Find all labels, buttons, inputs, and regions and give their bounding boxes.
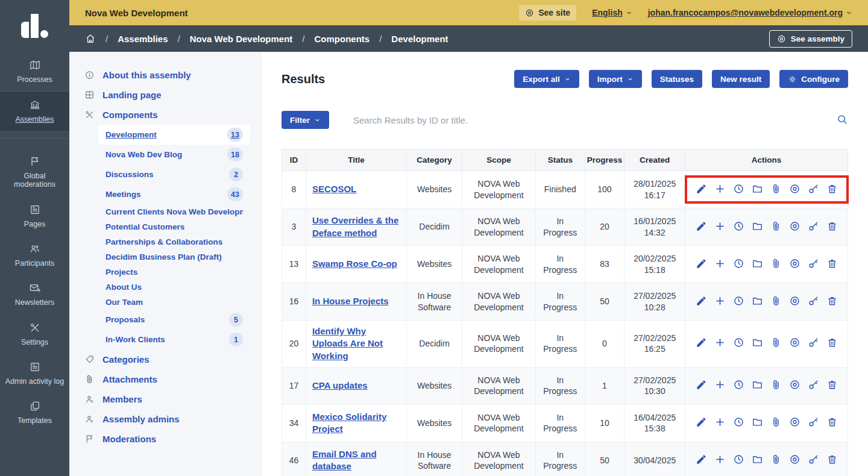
attachments-button[interactable] xyxy=(770,183,782,196)
permissions-button[interactable] xyxy=(808,183,819,196)
new-button[interactable] xyxy=(714,183,726,196)
edit-button[interactable] xyxy=(696,337,707,350)
subnav-subitem-partnerships-collaborations[interactable]: Partnerships & Collaborations xyxy=(98,234,250,249)
delete-button[interactable] xyxy=(826,337,838,350)
folder-button[interactable] xyxy=(752,258,763,271)
timeline-button[interactable] xyxy=(733,379,744,392)
result-title-link[interactable]: Use Overrides & the Deface method xyxy=(312,215,398,237)
result-title-link[interactable]: Mexico Solidarity Project xyxy=(312,412,386,434)
subnav-item-attachments[interactable]: Attachments xyxy=(69,369,262,389)
preview-button[interactable] xyxy=(789,295,800,308)
subnav-subitem-meetings[interactable]: Meetings43 xyxy=(98,184,250,204)
edit-button[interactable] xyxy=(696,295,707,308)
attachments-button[interactable] xyxy=(770,295,782,308)
breadcrumb-item-development[interactable]: Development xyxy=(391,34,448,44)
sidebar-item-processes[interactable]: Processes xyxy=(0,52,69,91)
preview-button[interactable] xyxy=(789,454,800,467)
delete-button[interactable] xyxy=(826,221,838,234)
preview-button[interactable] xyxy=(789,221,800,234)
edit-button[interactable] xyxy=(696,454,707,467)
search-button[interactable] xyxy=(836,113,848,127)
folder-button[interactable] xyxy=(752,416,763,430)
subnav-subitem-current-clients-nova-web-development[interactable]: Current Clients Nova Web Development xyxy=(98,204,250,219)
edit-button[interactable] xyxy=(696,183,707,196)
new-button[interactable] xyxy=(714,221,726,234)
subnav-subitem-projects[interactable]: Projects xyxy=(98,265,250,280)
permissions-button[interactable] xyxy=(808,258,819,271)
subnav-item-moderations[interactable]: Moderations xyxy=(69,429,262,449)
folder-button[interactable] xyxy=(752,454,763,467)
new-button[interactable] xyxy=(714,454,726,467)
subnav-item-about-this-assembly[interactable]: About this assembly xyxy=(69,65,262,85)
attachments-button[interactable] xyxy=(770,416,782,430)
result-title-link[interactable]: Email DNS and database xyxy=(312,449,377,471)
subnav-subitem-our-team[interactable]: Our Team xyxy=(98,295,250,310)
subnav-subitem-proposals[interactable]: Proposals5 xyxy=(98,310,250,330)
permissions-button[interactable] xyxy=(808,379,819,392)
timeline-button[interactable] xyxy=(733,295,744,308)
preview-button[interactable] xyxy=(789,416,800,430)
search-input[interactable] xyxy=(342,115,836,125)
sidebar-item-newsletters[interactable]: Newsletters xyxy=(0,275,69,314)
new-result-button[interactable]: New result xyxy=(712,70,770,88)
timeline-button[interactable] xyxy=(733,183,744,196)
folder-button[interactable] xyxy=(752,379,763,392)
permissions-button[interactable] xyxy=(808,295,819,308)
timeline-button[interactable] xyxy=(733,221,744,234)
delete-button[interactable] xyxy=(826,379,838,392)
delete-button[interactable] xyxy=(826,454,838,467)
sidebar-item-participants[interactable]: Participants xyxy=(0,236,69,275)
delete-button[interactable] xyxy=(826,295,838,308)
timeline-button[interactable] xyxy=(733,416,744,430)
attachments-button[interactable] xyxy=(770,337,782,350)
import-button[interactable]: Import xyxy=(589,70,642,88)
configure-button[interactable]: Configure xyxy=(779,70,848,88)
subnav-subitem-about-us[interactable]: About Us xyxy=(98,280,250,295)
edit-button[interactable] xyxy=(696,379,707,392)
subnav-subitem-nova-web-dev-blog[interactable]: Nova Web Dev Blog18 xyxy=(98,145,250,164)
result-title-link[interactable]: CPA updates xyxy=(312,380,368,390)
sidebar-item-templates[interactable]: Templates xyxy=(0,393,69,432)
subnav-item-components[interactable]: Components xyxy=(69,105,262,125)
preview-button[interactable] xyxy=(789,379,800,392)
folder-button[interactable] xyxy=(752,337,763,350)
folder-button[interactable] xyxy=(752,221,763,234)
preview-button[interactable] xyxy=(789,183,800,196)
delete-button[interactable] xyxy=(826,258,838,271)
breadcrumb-item-components[interactable]: Components xyxy=(315,34,370,44)
export-all-button[interactable]: Export all xyxy=(514,70,579,88)
user-menu[interactable]: johan.francocampos@novawebdevelopment.or… xyxy=(648,8,852,17)
new-button[interactable] xyxy=(714,295,726,308)
subnav-item-landing-page[interactable]: Landing page xyxy=(69,85,262,105)
result-title-link[interactable]: Swamp Rose Co-op xyxy=(312,258,397,269)
delete-button[interactable] xyxy=(826,416,838,430)
statuses-button[interactable]: Statuses xyxy=(652,70,702,88)
decidim-logo[interactable] xyxy=(0,0,69,52)
organization-title[interactable]: Nova Web Development xyxy=(85,8,188,18)
new-button[interactable] xyxy=(714,416,726,430)
permissions-button[interactable] xyxy=(808,221,819,234)
delete-button[interactable] xyxy=(826,183,838,196)
edit-button[interactable] xyxy=(696,416,707,430)
filter-button[interactable]: Filter xyxy=(281,111,329,129)
timeline-button[interactable] xyxy=(733,337,744,350)
see-site-link[interactable]: See site xyxy=(519,5,576,20)
preview-button[interactable] xyxy=(789,337,800,350)
subnav-item-members[interactable]: Members xyxy=(69,389,262,409)
result-title-link[interactable]: SECOSOL xyxy=(312,184,356,194)
new-button[interactable] xyxy=(714,258,726,271)
timeline-button[interactable] xyxy=(733,454,744,467)
preview-button[interactable] xyxy=(789,258,800,271)
edit-button[interactable] xyxy=(696,221,707,234)
permissions-button[interactable] xyxy=(808,416,819,430)
subnav-subitem-decidim-business-plan-draft[interactable]: Decidim Business Plan (Draft) xyxy=(98,249,250,265)
subnav-subitem-development[interactable]: Development13 xyxy=(98,125,250,145)
edit-button[interactable] xyxy=(696,258,707,271)
subnav-subitem-discussions[interactable]: Discussions2 xyxy=(98,164,250,184)
result-title-link[interactable]: Identify Why Uploads Are Not Working xyxy=(312,326,383,361)
subnav-item-assembly-admins[interactable]: Assembly admins xyxy=(69,409,262,429)
new-button[interactable] xyxy=(714,379,726,392)
attachments-button[interactable] xyxy=(770,258,782,271)
permissions-button[interactable] xyxy=(808,337,819,350)
attachments-button[interactable] xyxy=(770,379,782,392)
